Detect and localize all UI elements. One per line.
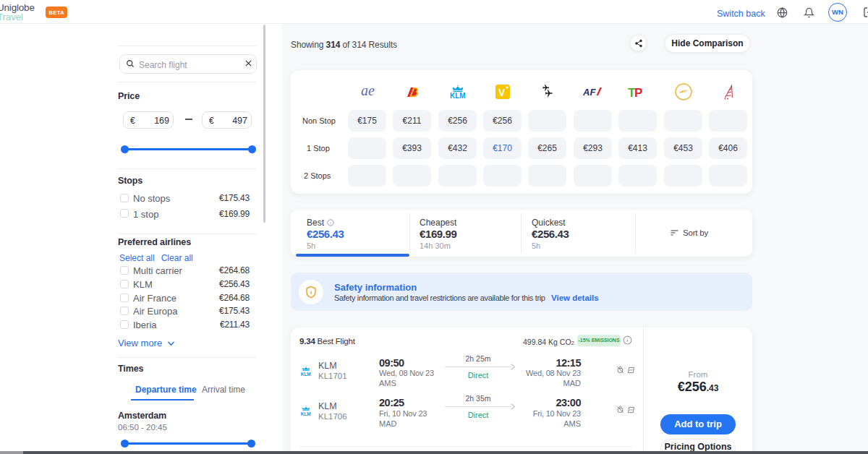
svg-text:P: P: [634, 86, 642, 100]
svg-text:KLM: KLM: [301, 411, 311, 416]
svg-text:KLM: KLM: [301, 372, 311, 377]
svg-text:V: V: [498, 87, 506, 98]
svg-text:ae: ae: [361, 82, 375, 98]
svg-text:KLM: KLM: [450, 92, 466, 100]
svg-text:AF: AF: [583, 87, 596, 98]
